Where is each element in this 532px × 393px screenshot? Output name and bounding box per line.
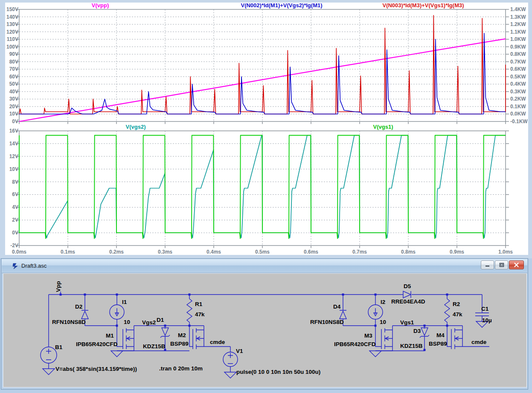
- time-tick-label: 0.2ms: [109, 249, 124, 255]
- component-label[interactable]: KDZ15B: [143, 343, 166, 350]
- schematic-titlebar[interactable]: Draft3.asc: [2, 259, 527, 273]
- axis-tick-label: 70V: [4, 66, 18, 72]
- wire-junction: [189, 325, 191, 327]
- component-label[interactable]: I2: [381, 299, 385, 305]
- component-label[interactable]: V1: [236, 348, 243, 354]
- axis-tick-label: 0.0KW: [510, 111, 526, 117]
- schematic-nodes: [60, 294, 448, 351]
- component-label[interactable]: D3: [413, 328, 421, 334]
- axis-tick-label: 0.4KW: [510, 81, 526, 87]
- wire-junction: [116, 294, 118, 296]
- component-label[interactable]: Vgs1: [400, 319, 414, 326]
- waveform-window: V(vpp)V(N002)*Id(M1)+V(Vgs2)*Ig(M1)V(N00…: [0, 0, 532, 258]
- trace-title[interactable]: V(vpp): [92, 2, 109, 9]
- component-label[interactable]: RFN10NS8D: [310, 319, 344, 325]
- schematic-canvas[interactable]: VppB1V=abs( 358*sin(314.159*time))D2RFN1…: [3, 273, 527, 387]
- component-label[interactable]: IPB65R420CFD: [334, 341, 376, 347]
- ground-icon: [43, 369, 55, 375]
- screen: { "plot_window": { "pane1": { "titles": …: [0, 0, 532, 393]
- component-label[interactable]: D4: [333, 303, 341, 310]
- axis-tick-label: 1.0KW: [510, 36, 526, 42]
- wire-junction: [375, 294, 377, 296]
- component-label[interactable]: Vgs2: [142, 319, 156, 326]
- component-label[interactable]: R2: [453, 301, 460, 307]
- d3-zener-icon: [420, 328, 429, 338]
- time-tick-label: 0.3ms: [158, 249, 172, 255]
- component-label[interactable]: IPB65R420CFD: [76, 341, 118, 347]
- axis-tick-label: 1.1KW: [510, 29, 526, 35]
- close-button[interactable]: [509, 260, 524, 269]
- component-label[interactable]: .tran 0 20m 10m: [159, 365, 203, 372]
- component-label[interactable]: B1: [55, 344, 63, 350]
- component-label[interactable]: M4: [436, 332, 445, 338]
- ltspice-icon: [12, 262, 20, 270]
- axis-tick-label: 80V: [4, 59, 18, 65]
- r2-resistor-icon: [445, 295, 450, 326]
- window-title: Draft3.asc: [21, 263, 47, 269]
- component-label[interactable]: cmde: [471, 339, 487, 345]
- axis-tick-label: 60V: [4, 74, 18, 80]
- ground-icon: [369, 351, 381, 357]
- component-label[interactable]: RRE04EA4D: [391, 298, 425, 305]
- component-label[interactable]: D1: [157, 317, 164, 323]
- trace-v-vgs1-: [19, 136, 506, 239]
- axis-tick-label: 40V: [4, 89, 18, 95]
- component-label[interactable]: 10: [380, 319, 386, 325]
- d4-diode-icon: [340, 310, 346, 319]
- axis-tick-label: 0.7KW: [510, 59, 526, 65]
- component-label[interactable]: BSP89: [429, 341, 447, 347]
- component-label[interactable]: D2: [75, 303, 82, 310]
- wire-junction: [189, 294, 191, 296]
- wire-junction: [164, 325, 166, 327]
- component-label[interactable]: V=abs( 358*sin(314.159*time)): [55, 366, 137, 372]
- component-label[interactable]: 47k: [195, 311, 205, 318]
- current-arrow-icon: [374, 308, 377, 316]
- axis-tick-label: 0.8KW: [510, 51, 526, 57]
- component-label[interactable]: cmde: [210, 339, 225, 345]
- axis-tick-label: 6V: [4, 191, 18, 197]
- component-label[interactable]: C1: [481, 306, 489, 312]
- axis-tick-label: 20V: [4, 104, 18, 110]
- time-tick-label: 0.8ms: [401, 249, 416, 255]
- ground-icon: [111, 351, 123, 357]
- trace-title[interactable]: V(vgs1): [373, 124, 393, 130]
- component-label[interactable]: I1: [122, 299, 127, 305]
- axis-tick-label: 0.2KW: [510, 96, 526, 102]
- component-label[interactable]: R1: [195, 301, 203, 307]
- component-label[interactable]: 10: [124, 319, 130, 325]
- time-tick-label: 0.6ms: [304, 249, 318, 255]
- axis-tick-label: 1.2KW: [510, 21, 526, 27]
- axis-tick-label: 0.1KW: [510, 104, 526, 110]
- component-label[interactable]: RFN10NS8D: [52, 319, 86, 325]
- component-label[interactable]: D5: [404, 283, 411, 289]
- minimize-button[interactable]: [481, 260, 494, 269]
- axis-tick-label: -0.1KW: [510, 118, 528, 124]
- axis-tick-label: 130V: [4, 21, 18, 27]
- axis-tick-label: 140V: [4, 14, 18, 20]
- r1-resistor-icon: [187, 295, 192, 326]
- component-label[interactable]: 10µ: [482, 317, 492, 324]
- component-label[interactable]: M2: [178, 332, 186, 338]
- component-label[interactable]: pulse(0 10 0 10n 10n 50u 100u): [236, 369, 320, 375]
- waveform-plots[interactable]: [5, 3, 528, 255]
- axis-tick-label: 1.4KW: [510, 6, 526, 12]
- b1-polarity: [46, 349, 51, 360]
- axis-tick-label: 4V: [4, 204, 18, 210]
- axis-tick-label: 0.6KW: [510, 66, 526, 72]
- time-tick-label: 0.7ms: [352, 249, 367, 255]
- component-label[interactable]: 47k: [453, 311, 462, 318]
- trace-title[interactable]: V(N002)*Id(M1)+V(Vgs2)*Ig(M1): [241, 2, 322, 9]
- component-label[interactable]: BSP89: [170, 341, 189, 347]
- component-label[interactable]: Vpp: [55, 281, 61, 292]
- trace-title[interactable]: V(N003)*Id(M3)+V(Vgs1)*Ig(M3): [382, 2, 464, 9]
- component-label[interactable]: KDZ15B: [400, 343, 423, 349]
- wire-junction: [84, 294, 86, 296]
- axis-tick-label: 30V: [4, 96, 18, 102]
- close-icon: [515, 263, 518, 267]
- component-label[interactable]: M3: [364, 332, 372, 339]
- component-label[interactable]: M1: [106, 332, 114, 339]
- trace-title[interactable]: V(vgs2): [126, 124, 146, 130]
- restore-button[interactable]: [495, 260, 508, 269]
- axis-tick-label: 110V: [4, 36, 18, 42]
- wire-junction: [424, 325, 426, 327]
